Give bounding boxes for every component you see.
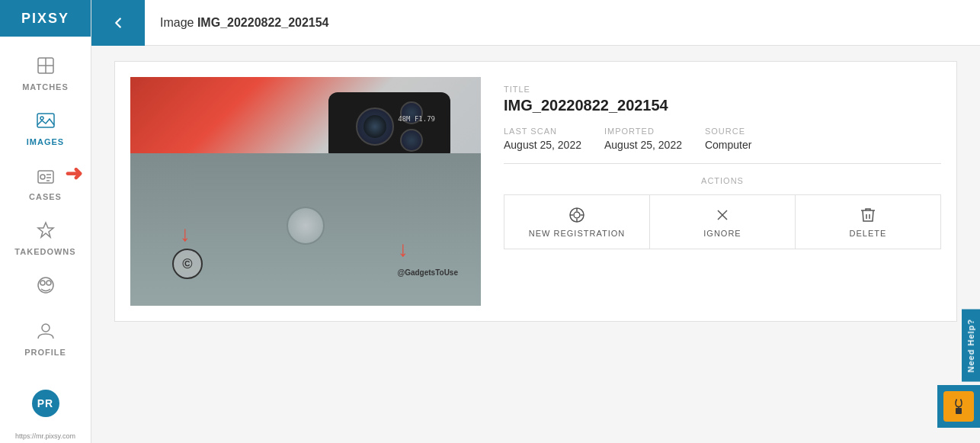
tool-icon [950,397,968,416]
new-registration-label: NEW REGISTRATION [529,229,625,238]
camera-module [328,92,450,161]
profile-icon [32,317,59,345]
red-arrow-down-2: ↓ [398,239,408,260]
sidebar-item-label: PROFILE [24,348,66,357]
svg-point-4 [40,117,43,120]
camera-main-lens [356,108,394,146]
unknown-icon [32,271,59,299]
sidebar-item-images[interactable]: IMAGES [0,99,91,154]
svg-rect-23 [956,408,962,414]
source-label: SOURCE [705,127,751,136]
header-title: Image IMG_20220822_202154 [145,16,344,30]
svg-point-14 [42,324,50,332]
help-icon-box[interactable] [937,385,980,428]
phone-body: © @GadgetsToUse ↓ ↓ [130,153,481,306]
sidebar-item-matches[interactable]: MATCHES [0,44,91,99]
last-scan-value: August 25, 2022 [504,139,581,151]
svg-point-13 [46,281,51,285]
actions-row: NEW REGISTRATION IGNORE [504,194,941,249]
imported-value: August 25, 2022 [604,139,682,151]
ignore-label: IGNORE [703,229,741,238]
sidebar-item-label: IMAGES [27,137,64,146]
fingerprint-sensor [287,207,325,245]
help-label: Need Help? [966,319,975,373]
takedowns-icon [32,217,59,244]
sidebar: PIXSY MATCHES IMAGES [0,0,91,443]
last-scan-col: LAST SCAN August 25, 2022 [504,127,581,151]
title-value: IMG_20220822_202154 [504,97,941,114]
svg-rect-3 [37,114,54,127]
sidebar-item-unknown[interactable] [0,264,91,310]
info-panel: TITLE IMG_20220822_202154 LAST SCAN Augu… [504,77,941,306]
gadgets-watermark: @GadgetsToUse [397,268,458,277]
header-bar: Image IMG_20220822_202154 [91,0,980,46]
help-widget[interactable]: Need Help? [962,310,980,382]
help-icon [943,391,974,422]
logo-text: PIXSY [21,11,69,27]
preview-inner: 48M F1.79 © @GadgetsToUse ↓ ↓ [130,77,481,306]
camera-text: 48M F1.79 [398,115,435,123]
divider [504,163,941,164]
actions-label: ACTIONS [504,176,941,185]
copyright-symbol: © [172,249,203,279]
sidebar-item-label: MATCHES [22,82,69,91]
sidebar-url: https://mr.pixsy.com [0,429,91,443]
last-scan-label: LAST SCAN [504,127,581,136]
main-content: Image IMG_20220822_202154 [91,0,980,443]
svg-point-12 [40,281,45,285]
image-detail-card: 48M F1.79 © @GadgetsToUse ↓ ↓ [114,61,957,322]
source-value: Computer [705,139,751,151]
meta-row: LAST SCAN August 25, 2022 IMPORTED Augus… [504,127,941,151]
svg-marker-10 [38,223,53,237]
red-arrow-cases: ➜ [65,163,83,185]
sidebar-item-profile[interactable]: PROFILE [0,310,91,364]
back-button[interactable] [91,0,145,46]
image-preview: 48M F1.79 © @GadgetsToUse ↓ ↓ [130,77,481,306]
header-title-prefix: Image [160,16,197,29]
pr-avatar: PR [32,390,59,417]
logo[interactable]: PIXSY [0,0,91,37]
imported-col: IMPORTED August 25, 2022 [604,127,682,151]
sidebar-item-cases[interactable]: CASES ➜ [0,154,91,209]
delete-icon [859,206,877,224]
content-area: 48M F1.79 © @GadgetsToUse ↓ ↓ [91,46,980,443]
header-title-value: IMG_20220822_202154 [197,16,329,29]
red-arrow-down-1: ↓ [180,223,191,245]
new-registration-button[interactable]: NEW REGISTRATION [504,195,650,249]
svg-point-16 [574,212,580,218]
ignore-icon [713,206,732,224]
title-label: TITLE [504,85,941,94]
svg-point-6 [40,175,45,179]
sidebar-item-label: CASES [29,192,62,201]
sidebar-item-takedowns[interactable]: TAKEDOWNS [0,209,91,264]
imported-label: IMPORTED [604,127,682,136]
matches-icon [32,52,59,79]
sidebar-item-label: TAKEDOWNS [14,247,75,256]
images-icon [32,107,59,134]
delete-button[interactable]: DELETE [796,195,940,249]
source-col: SOURCE Computer [705,127,751,151]
ignore-button[interactable]: IGNORE [650,195,796,249]
camera-tertiary-lens [400,129,423,152]
registration-icon [568,206,586,224]
cases-icon [32,162,59,189]
delete-label: DELETE [850,229,887,238]
phone-background: 48M F1.79 © @GadgetsToUse ↓ ↓ [130,77,481,306]
